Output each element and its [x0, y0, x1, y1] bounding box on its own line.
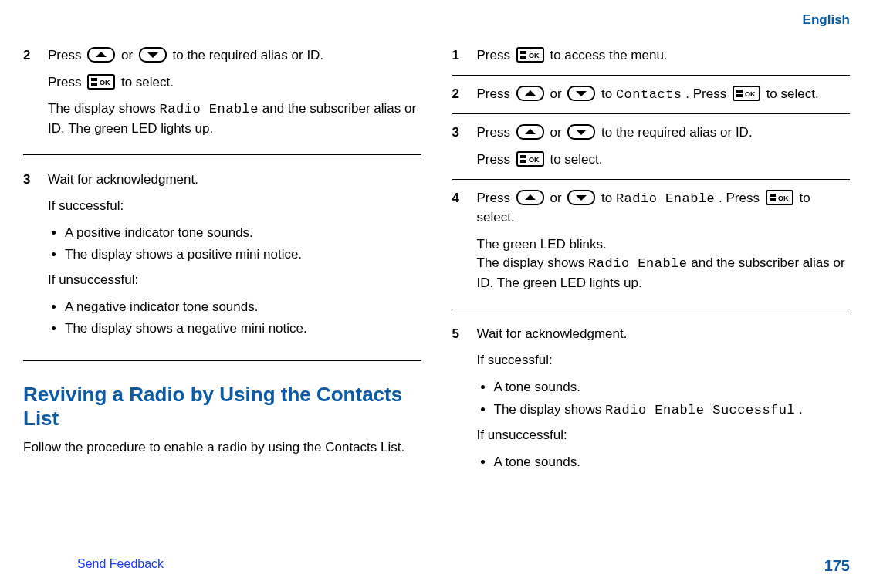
- step-number: 4: [452, 189, 466, 293]
- list-item: A tone sounds.: [494, 378, 803, 397]
- text: to the required alias or ID.: [173, 48, 324, 63]
- text: Wait for acknowledgment.: [477, 325, 803, 344]
- right-step-5: 5 Wait for acknowledgment. If successful…: [452, 316, 851, 488]
- text: or: [550, 86, 565, 101]
- step-body: Press or to the required alias or ID. Pr…: [477, 123, 753, 169]
- display-text: Radio Enable: [616, 191, 715, 206]
- display-text: Radio Enable: [588, 256, 687, 271]
- text: Press: [48, 48, 85, 63]
- right-step-1: 1 Press to access the menu.: [452, 37, 851, 75]
- unsuccess-list: A tone sounds.: [477, 453, 803, 472]
- text: Press: [477, 125, 514, 140]
- step-body: Press to access the menu.: [477, 46, 668, 66]
- down-arrow-icon: [567, 86, 595, 101]
- ok-button-icon: [766, 190, 793, 205]
- text: Wait for acknowledgment.: [48, 171, 307, 190]
- ok-button-icon: [516, 151, 544, 167]
- text: The display shows: [477, 255, 589, 270]
- right-step-2: 2 Press or to Contacts . Press to select…: [452, 75, 851, 114]
- text: Press: [48, 75, 85, 90]
- success-list: A positive indicator tone sounds. The di…: [48, 224, 307, 265]
- step-number: 2: [452, 85, 466, 105]
- display-text: Contacts: [616, 87, 682, 102]
- left-step-3: 3 Wait for acknowledgment. If successful…: [23, 161, 421, 354]
- ok-button-icon: [516, 47, 544, 63]
- page-content: 2 Press or to the required alias or ID. …: [0, 0, 873, 526]
- text: If successful:: [48, 197, 307, 216]
- text: The green LED blinks.: [477, 235, 851, 255]
- section-heading: Reviving a Radio by Using the Contacts L…: [23, 383, 421, 431]
- step-body: Press or to Radio Enable . Press to sele…: [477, 189, 851, 293]
- step-body: Press or to Contacts . Press to select.: [477, 85, 819, 105]
- text: to select.: [121, 75, 174, 90]
- step-number: 1: [452, 46, 466, 66]
- up-arrow-icon: [516, 124, 544, 140]
- ok-button-icon: [87, 74, 115, 90]
- list-item: The display shows a negative mini notice…: [65, 319, 307, 339]
- display-text: Radio Enable: [160, 102, 259, 117]
- text: to select.: [766, 86, 819, 101]
- step-body: Press or to the required alias or ID. Pr…: [48, 46, 421, 139]
- step-number: 3: [23, 171, 37, 345]
- text: to: [601, 86, 616, 101]
- ok-button-icon: [733, 86, 760, 101]
- text: . Press: [685, 86, 730, 101]
- left-column: 2 Press or to the required alias or ID. …: [23, 15, 421, 488]
- up-arrow-icon: [516, 190, 544, 205]
- divider: [23, 360, 421, 361]
- step-body: Wait for acknowledgment. If successful: …: [477, 325, 803, 478]
- left-step-2: 2 Press or to the required alias or ID. …: [23, 37, 421, 148]
- text: to the required alias or ID.: [601, 125, 753, 140]
- list-item: A negative indicator tone sounds.: [65, 298, 307, 317]
- up-arrow-icon: [516, 86, 544, 101]
- text: to select.: [550, 152, 602, 167]
- divider: [23, 154, 421, 155]
- language-header: English: [803, 11, 850, 30]
- list-item: The display shows a positive mini notice…: [65, 245, 307, 265]
- success-list: A tone sounds. The display shows Radio E…: [477, 378, 803, 420]
- list-item: A tone sounds.: [494, 453, 803, 472]
- text: Press: [477, 48, 514, 63]
- send-feedback-link[interactable]: Send Feedback: [77, 555, 164, 577]
- text: or: [550, 125, 565, 140]
- page-number: 175: [824, 555, 850, 577]
- right-column: 1 Press to access the menu. 2 Press or t…: [452, 15, 851, 488]
- step-number: 5: [452, 325, 466, 478]
- list-item: A positive indicator tone sounds.: [65, 224, 307, 243]
- text: or: [550, 191, 565, 205]
- text: to: [601, 191, 616, 205]
- text: Press: [477, 86, 514, 101]
- list-item: The display shows Radio Enable Successfu…: [494, 400, 803, 421]
- right-step-4: 4 Press or to Radio Enable . Press to se…: [452, 179, 851, 302]
- text: to access the menu.: [550, 48, 667, 63]
- text: .: [799, 402, 803, 417]
- up-arrow-icon: [87, 47, 115, 63]
- unsuccess-list: A negative indicator tone sounds. The di…: [48, 298, 307, 339]
- step-number: 3: [452, 123, 466, 169]
- down-arrow-icon: [567, 124, 595, 140]
- display-text: Radio Enable Successful: [605, 403, 795, 417]
- down-arrow-icon: [139, 47, 167, 63]
- text: Press: [477, 152, 514, 167]
- text: . Press: [719, 191, 763, 205]
- right-step-3: 3 Press or to the required alias or ID. …: [452, 113, 851, 178]
- step-body: Wait for acknowledgment. If successful: …: [48, 171, 307, 345]
- text: or: [121, 48, 137, 63]
- text: If unsuccessful:: [48, 271, 307, 290]
- step-number: 2: [23, 46, 37, 139]
- page-footer: Send Feedback 175: [0, 555, 873, 577]
- text: If unsuccessful:: [477, 426, 803, 445]
- text: If successful:: [477, 351, 803, 370]
- divider: [452, 309, 851, 309]
- text: The display shows: [494, 402, 606, 417]
- text: The display shows: [48, 101, 160, 116]
- section-intro: Follow the procedure to enable a radio b…: [23, 438, 421, 458]
- text: Press: [477, 191, 514, 205]
- down-arrow-icon: [567, 190, 595, 205]
